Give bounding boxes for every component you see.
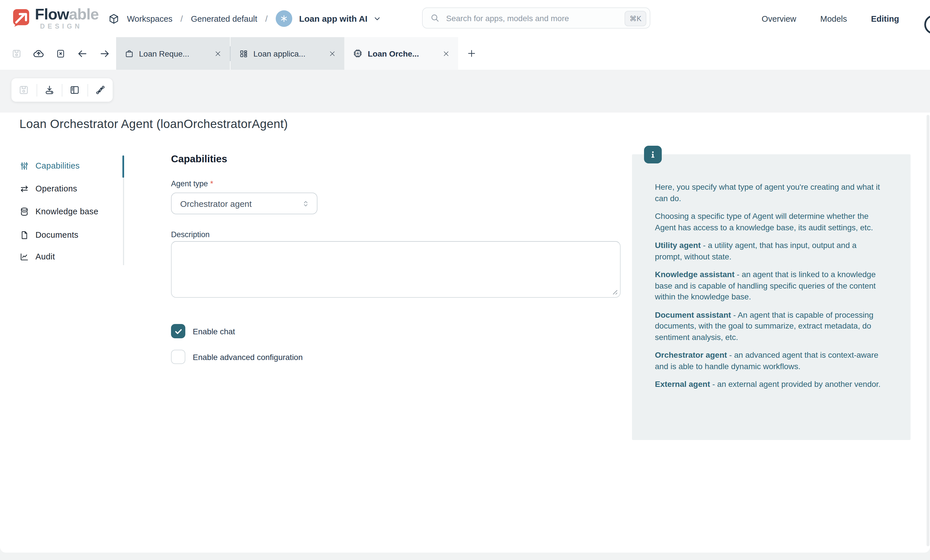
breadcrumb: Workspaces / Generated default / Loan ap… [108, 0, 382, 37]
info-panel: Here, you specify what type of agent you… [632, 154, 910, 440]
close-tab-icon[interactable] [441, 48, 451, 58]
swap-arrows-icon [20, 184, 29, 193]
back-arrow-icon[interactable] [77, 48, 88, 59]
enable-advanced-config-label[interactable]: Enable advanced configuration [193, 352, 303, 361]
description-textarea[interactable] [172, 242, 620, 297]
chevron-down-icon [373, 14, 382, 23]
sidebar-item-knowledge-base[interactable]: Knowledge base [20, 203, 99, 219]
sidebar-item-operations[interactable]: Operations [20, 181, 77, 196]
agent-type-select[interactable]: Orchestrator agent [171, 193, 317, 214]
flowable-logo: Flowable DESIGN [10, 7, 99, 30]
enable-advanced-config-checkbox[interactable] [171, 350, 185, 364]
briefcase-icon [125, 49, 134, 58]
required-marker: * [210, 180, 213, 188]
info-paragraph: Here, you specify what type of agent you… [655, 182, 884, 204]
info-panel-text: Here, you specify what type of agent you… [632, 154, 910, 390]
nav-overview[interactable]: Overview [762, 14, 796, 23]
download-icon[interactable] [37, 84, 62, 95]
sidebar-item-capabilities[interactable]: Capabilities [20, 158, 80, 174]
svg-text:AI: AI [356, 52, 359, 55]
info-paragraph: Knowledge assistant - an agent that is l… [655, 269, 884, 302]
close-box-icon[interactable] [55, 48, 66, 58]
info-paragraph: Document assistant - An agent that is ca… [655, 310, 884, 343]
database-icon [20, 207, 29, 216]
sidebar-item-documents[interactable]: Documents [20, 227, 79, 243]
enable-chat-checkbox[interactable] [171, 324, 185, 338]
description-label: Description [171, 230, 209, 239]
top-nav: Overview Models Editing [762, 0, 899, 37]
sidebar-active-indicator [122, 155, 124, 178]
compare-versions-icon[interactable] [88, 84, 113, 95]
section-title: Capabilities [171, 153, 227, 165]
enable-chat-row: Enable chat [171, 324, 235, 338]
workspace-cube-icon [108, 13, 120, 24]
grid-icon [239, 49, 248, 58]
ai-chip-icon: AI [353, 49, 363, 58]
document-icon [20, 230, 29, 240]
add-tab-button[interactable] [458, 37, 485, 70]
app-switcher[interactable]: Loan app with AI [276, 10, 382, 27]
info-icon [644, 146, 662, 163]
publish-cloud-icon[interactable] [32, 48, 45, 60]
description-field [171, 241, 621, 298]
breadcrumb-app-name: Loan app with AI [299, 14, 368, 23]
nav-models[interactable]: Models [820, 14, 847, 23]
brand-wordmark: Flowable [35, 7, 99, 22]
app-window: Flowable DESIGN Workspaces / Generated d… [0, 0, 930, 560]
sidebar-item-audit[interactable]: Audit [20, 249, 55, 265]
search-shortcut-badge: ⌘K [625, 11, 646, 26]
info-paragraph: Orchestrator agent - an advanced agent t… [655, 350, 884, 372]
app-avatar [276, 10, 292, 27]
panel-layout-icon[interactable] [62, 84, 87, 95]
tabstrip-actions [11, 37, 110, 70]
scrollbar-track[interactable] [927, 115, 929, 546]
search-icon [430, 13, 440, 23]
info-paragraph: Choosing a specific type of Agent will d… [655, 211, 884, 233]
tab-loan-request[interactable]: Loan Reque... [116, 37, 230, 70]
editor-tabstrip: Loan Reque... Loan applica... [0, 37, 930, 70]
chart-line-icon [20, 252, 29, 261]
tab-loan-orchestrator[interactable]: AI Loan Orche... [344, 37, 458, 70]
close-tab-icon[interactable] [327, 48, 337, 58]
save-icon[interactable] [11, 48, 22, 58]
tab-loan-application[interactable]: Loan applica... [231, 37, 344, 70]
search-input[interactable] [445, 13, 650, 23]
agent-type-label: Agent type* [171, 180, 213, 188]
close-tab-icon[interactable] [213, 48, 223, 58]
forward-arrow-icon[interactable] [99, 48, 110, 59]
sparkle-icon [280, 14, 288, 23]
flowable-logo-icon [10, 7, 31, 28]
enable-chat-label[interactable]: Enable chat [193, 327, 235, 336]
open-model-tabs: Loan Reque... Loan applica... [116, 37, 485, 70]
breadcrumb-workspaces[interactable]: Workspaces [127, 14, 172, 23]
resize-handle-icon[interactable] [613, 290, 618, 295]
enable-advanced-config-row: Enable advanced configuration [171, 350, 303, 364]
plus-icon [467, 49, 476, 58]
select-updown-icon [302, 199, 310, 208]
toolbar-strip [0, 70, 930, 113]
nav-editing[interactable]: Editing [871, 14, 899, 23]
info-paragraph: External agent - an external agent provi… [655, 379, 884, 390]
page-title: Loan Orchestrator Agent (loanOrchestrato… [20, 117, 288, 131]
brand-subtitle: DESIGN [40, 23, 99, 30]
breadcrumb-workspace-name[interactable]: Generated default [191, 14, 257, 23]
info-paragraph: Utility agent - a utility agent, that ha… [655, 240, 884, 262]
check-icon [174, 327, 183, 336]
global-search[interactable]: ⌘K [422, 8, 650, 29]
top-header: Flowable DESIGN Workspaces / Generated d… [0, 0, 930, 37]
sliders-icon [20, 161, 29, 170]
floating-toolbar [11, 78, 113, 102]
user-avatar[interactable] [924, 15, 930, 34]
save-icon[interactable] [11, 84, 36, 95]
